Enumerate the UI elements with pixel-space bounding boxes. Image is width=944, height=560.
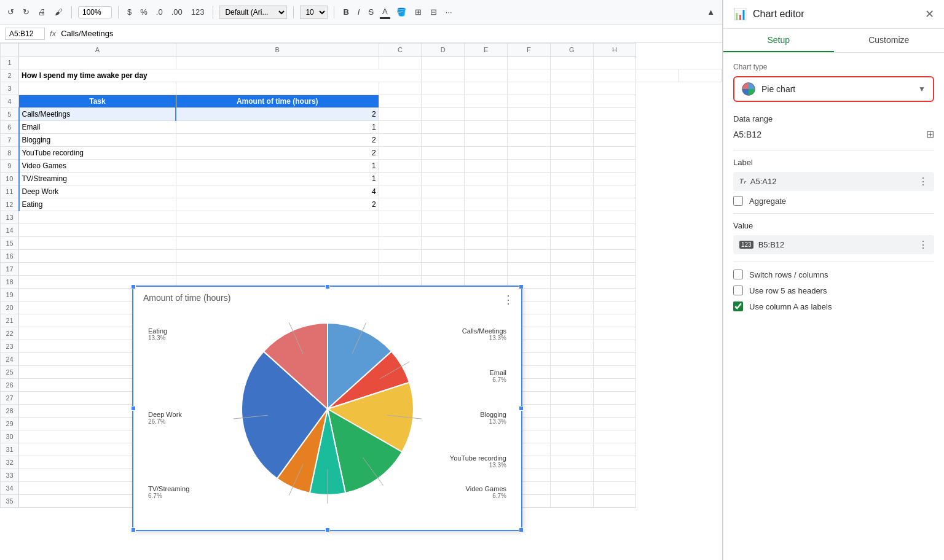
cell-r7-c5[interactable] — [507, 134, 550, 147]
cell-r7-c3[interactable] — [422, 134, 465, 147]
cell-r12-c2[interactable] — [379, 198, 422, 211]
col-header-E[interactable]: E — [465, 44, 508, 56]
cell-r2-c1[interactable] — [422, 69, 465, 82]
font-selector[interactable]: Default (Ari... — [219, 6, 287, 19]
cell-r16-c4[interactable] — [465, 250, 508, 263]
cell-r7-c6[interactable] — [550, 134, 593, 147]
cell-r4-c2[interactable] — [379, 95, 422, 108]
cell-r15-c5[interactable] — [507, 237, 550, 250]
cell-r12-c3[interactable] — [422, 198, 465, 211]
cell-r9-c3[interactable] — [422, 160, 465, 173]
cell-r16-c1[interactable] — [176, 250, 379, 263]
cell-r10-c3[interactable] — [422, 173, 465, 185]
col-header-C[interactable]: C — [379, 44, 422, 56]
cell-r31-c6[interactable] — [550, 443, 593, 456]
cell-r12-c4[interactable] — [465, 198, 508, 211]
cell-r12-c0[interactable]: Eating — [19, 198, 176, 211]
cell-r19-c7[interactable] — [593, 289, 636, 301]
resize-handle-bm[interactable] — [325, 527, 330, 532]
cell-r29-c7[interactable] — [593, 418, 636, 430]
print-button[interactable]: 🖨 — [36, 6, 49, 18]
cell-r33-c7[interactable] — [593, 469, 636, 482]
cell-r5-c5[interactable] — [507, 108, 550, 121]
strikethrough-button[interactable]: S — [366, 6, 376, 18]
cell-r6-c4[interactable] — [465, 121, 508, 134]
cell-r17-c3[interactable] — [422, 263, 465, 276]
decimal00-button[interactable]: .00 — [169, 6, 185, 18]
chart-type-selector[interactable]: Pie chart ▼ — [733, 76, 934, 102]
cell-r16-c0[interactable] — [19, 250, 176, 263]
cell-r18-c6[interactable] — [550, 276, 593, 289]
cell-r5-c1[interactable]: 2 — [176, 108, 379, 121]
cell-r10-c5[interactable] — [507, 173, 550, 185]
cell-r9-c6[interactable] — [550, 160, 593, 173]
font-size-selector[interactable]: 10 — [300, 6, 328, 19]
cell-r27-c7[interactable] — [593, 392, 636, 405]
switch-rows-cols-checkbox[interactable] — [733, 270, 743, 279]
col-header-B[interactable]: B — [176, 44, 379, 56]
cell-r9-c7[interactable] — [593, 160, 636, 173]
cell-r6-c3[interactable] — [422, 121, 465, 134]
cell-r5-c0[interactable]: Calls/Meetings — [19, 108, 176, 121]
cell-r32-c7[interactable] — [593, 456, 636, 469]
cell-r20-c7[interactable] — [593, 301, 636, 314]
cell-r13-c2[interactable] — [379, 211, 422, 224]
cell-r29-c6[interactable] — [550, 418, 593, 430]
cell-r4-c7[interactable] — [593, 95, 636, 108]
cell-r23-c7[interactable] — [593, 340, 636, 353]
cell-r8-c6[interactable] — [550, 147, 593, 160]
close-editor-button[interactable]: ✕ — [925, 7, 934, 21]
cell-r4-c3[interactable] — [422, 95, 465, 108]
cell-r7-c1[interactable]: 2 — [176, 134, 379, 147]
cell-r9-c1[interactable]: 1 — [176, 160, 379, 173]
cell-r9-c5[interactable] — [507, 160, 550, 173]
cell-r1-c7[interactable] — [593, 56, 636, 69]
cell-r8-c4[interactable] — [465, 147, 508, 160]
cell-r6-c7[interactable] — [593, 121, 636, 134]
cell-r13-c3[interactable] — [422, 211, 465, 224]
cell-r13-c4[interactable] — [465, 211, 508, 224]
cell-r32-c6[interactable] — [550, 456, 593, 469]
undo-button[interactable]: ↺ — [5, 6, 17, 18]
cell-r3-c4[interactable] — [465, 82, 508, 95]
cell-r34-c7[interactable] — [593, 482, 636, 495]
cell-r30-c6[interactable] — [550, 430, 593, 443]
italic-button[interactable]: I — [355, 6, 363, 18]
cell-r34-c6[interactable] — [550, 482, 593, 495]
cell-r3-c5[interactable] — [507, 82, 550, 95]
cell-r31-c7[interactable] — [593, 443, 636, 456]
cell-r10-c0[interactable]: TV/Streaming — [19, 173, 176, 185]
cell-r8-c1[interactable]: 2 — [176, 147, 379, 160]
cell-r22-c6[interactable] — [550, 327, 593, 340]
cell-r5-c6[interactable] — [550, 108, 593, 121]
col-header-H[interactable]: H — [593, 44, 636, 56]
cell-r15-c1[interactable] — [176, 237, 379, 250]
cell-r12-c6[interactable] — [550, 198, 593, 211]
cell-r5-c4[interactable] — [465, 108, 508, 121]
cell-reference-box[interactable]: A5:B12 — [5, 28, 45, 40]
use-col-a-checkbox[interactable] — [733, 301, 743, 311]
cell-r26-c7[interactable] — [593, 379, 636, 392]
cell-r4-c1[interactable]: Amount of time (hours) — [176, 95, 379, 108]
currency-button[interactable]: $ — [125, 6, 134, 18]
cell-r9-c0[interactable]: Video Games — [19, 160, 176, 173]
cell-r17-c0[interactable] — [19, 263, 176, 276]
more-button[interactable]: ··· — [443, 6, 455, 18]
cell-r15-c3[interactable] — [422, 237, 465, 250]
cell-r10-c2[interactable] — [379, 173, 422, 185]
cell-r10-c4[interactable] — [465, 173, 508, 185]
resize-handle-tl[interactable] — [131, 284, 136, 289]
cell-r30-c7[interactable] — [593, 430, 636, 443]
cell-r3-c6[interactable] — [550, 82, 593, 95]
cell-r2-c5[interactable] — [593, 69, 636, 82]
cell-r24-c7[interactable] — [593, 353, 636, 366]
cell-r1-c4[interactable] — [465, 56, 508, 69]
cell-r3-c0[interactable] — [19, 82, 176, 95]
cell-r4-c4[interactable] — [465, 95, 508, 108]
cell-r8-c3[interactable] — [422, 147, 465, 160]
cell-r3-c2[interactable] — [379, 82, 422, 95]
cell-r17-c5[interactable] — [507, 263, 550, 276]
tab-setup[interactable]: Setup — [723, 29, 834, 52]
cell-r15-c4[interactable] — [465, 237, 508, 250]
cell-r1-c0[interactable] — [19, 56, 176, 69]
